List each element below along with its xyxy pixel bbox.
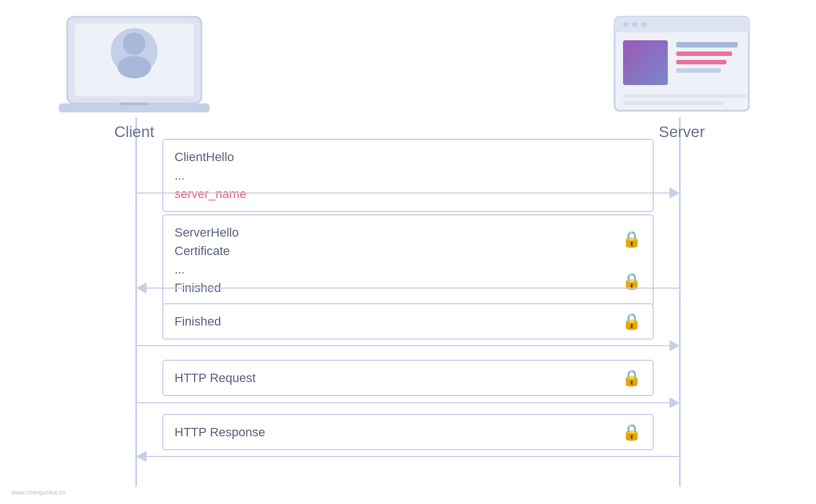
arrow-head-left xyxy=(136,282,147,294)
finished-text: Finished xyxy=(174,312,221,331)
arrow-head-right-2 xyxy=(669,340,680,351)
arrow-line xyxy=(147,456,680,457)
lock-icon-5: 🔒 xyxy=(622,423,642,441)
svg-rect-18 xyxy=(623,94,746,98)
finished-arrow xyxy=(136,340,680,351)
http-response-text: HTTP Response xyxy=(174,423,265,441)
svg-point-10 xyxy=(623,22,629,27)
server-figure: Server xyxy=(570,11,794,141)
svg-rect-13 xyxy=(623,40,668,85)
arrow-line xyxy=(147,288,680,289)
arrow-line xyxy=(136,192,669,194)
diagram-container: Client xyxy=(0,0,816,504)
svg-point-12 xyxy=(641,22,647,27)
svg-rect-9 xyxy=(615,27,749,32)
server-hello-arrow xyxy=(136,282,680,294)
svg-rect-14 xyxy=(676,42,738,48)
finished-box: Finished 🔒 xyxy=(162,303,654,340)
client-figure: Client xyxy=(22,11,246,141)
http-response-arrow xyxy=(136,451,680,462)
watermark: www.chenguokai.cn xyxy=(11,489,65,496)
svg-point-4 xyxy=(117,56,151,78)
http-request-text: HTTP Request xyxy=(174,369,256,387)
lock-icon-1: 🔒 xyxy=(622,230,642,248)
svg-point-11 xyxy=(632,22,638,27)
server-vertical-line xyxy=(679,117,681,487)
arrow-line xyxy=(136,345,669,346)
client-vertical-line xyxy=(135,117,137,487)
arrow-head-left-2 xyxy=(136,451,147,462)
svg-rect-19 xyxy=(623,101,724,105)
client-label: Client xyxy=(114,123,154,141)
server-label: Server xyxy=(659,123,705,141)
lock-icon-4: 🔒 xyxy=(622,369,642,387)
http-request-arrow xyxy=(136,397,680,408)
laptop-icon xyxy=(56,11,213,117)
client-hello-arrow xyxy=(136,187,680,199)
svg-rect-17 xyxy=(676,68,721,73)
svg-point-3 xyxy=(123,32,145,55)
svg-rect-16 xyxy=(676,60,727,64)
arrow-head-right xyxy=(669,187,680,199)
http-response-box: HTTP Response 🔒 xyxy=(162,414,654,450)
arrow-head-right-3 xyxy=(669,397,680,408)
lock-icon-3: 🔒 xyxy=(622,312,642,331)
arrow-line xyxy=(136,402,669,403)
http-request-box: HTTP Request 🔒 xyxy=(162,360,654,396)
svg-rect-15 xyxy=(676,51,732,56)
svg-rect-6 xyxy=(120,102,148,105)
client-hello-box: ClientHello...server_name xyxy=(162,139,654,212)
browser-icon xyxy=(603,11,760,117)
